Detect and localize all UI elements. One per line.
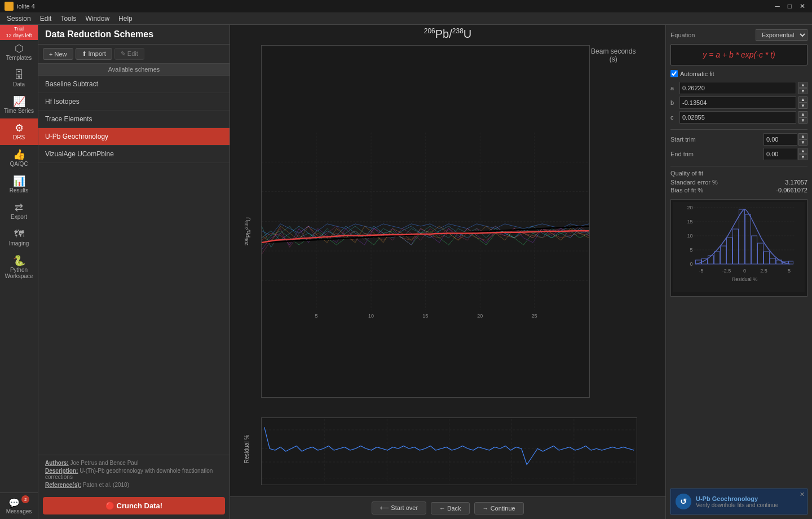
start-trim-up[interactable]: ▲ [798, 133, 807, 139]
python-icon: 🐍 [13, 256, 25, 266]
references-value: Paton et al. (2010) [83, 482, 129, 488]
param-b-down[interactable]: ▼ [798, 103, 807, 109]
menu-window[interactable]: Window [81, 15, 114, 23]
param-c-up[interactable]: ▲ [798, 111, 807, 117]
bias-label: Bias of fit % [670, 187, 703, 193]
sidebar-label-timeseries: Time Series [4, 108, 34, 114]
authors-label: Authors: [45, 460, 69, 466]
end-trim-input[interactable] [764, 148, 797, 160]
menu-edit[interactable]: Edit [36, 15, 56, 23]
y-axis-label: 206Pb/238U [244, 217, 251, 245]
residual-chart-container: Residual % 5 0 -5 -10 5 10 [230, 417, 665, 496]
export-icon: ⇄ [15, 203, 23, 213]
panel-footer: Authors: Joe Petrus and Bence Paul Descr… [38, 455, 230, 492]
svg-text:15: 15 [422, 313, 428, 318]
results-icon: 📊 [13, 176, 25, 186]
start-trim-down[interactable]: ▼ [798, 139, 807, 146]
data-icon: 🗄 [14, 70, 24, 80]
param-c-label: c [670, 114, 677, 121]
sidebar-label-python: Python Workspace [2, 267, 36, 279]
equation-type-select[interactable]: Exponential Linear Power [756, 29, 807, 41]
continue-button[interactable]: → Continue [474, 502, 524, 514]
sidebar-item-messages[interactable]: 💬 2 Messages [0, 492, 38, 519]
scheme-vizualage[interactable]: VizualAge UComPbine [38, 146, 230, 163]
sidebar-item-imaging[interactable]: 🗺 Imaging [0, 225, 38, 251]
sidebar-item-export[interactable]: ⇄ Export [0, 198, 38, 225]
edit-button[interactable]: ✎ Edit [114, 48, 144, 60]
sidebar-label-data: Data [13, 81, 25, 87]
svg-text:5: 5 [315, 313, 318, 318]
svg-text:0: 0 [743, 268, 746, 274]
menu-session[interactable]: Session [2, 15, 36, 23]
help-box: ↺ U-Pb Geochronology Verify downhole fit… [670, 489, 807, 514]
sidebar-item-timeseries[interactable]: 📈 Time Series [0, 92, 38, 118]
param-a-down[interactable]: ▼ [798, 88, 807, 94]
sidebar-item-qaqc[interactable]: 👍 QA/QC [0, 145, 38, 171]
equation-formula: y = a + b * exp(-c * t) [703, 50, 775, 59]
end-trim-up[interactable]: ▲ [798, 148, 807, 154]
sidebar-item-python[interactable]: 🐍 Python Workspace [0, 251, 38, 284]
sidebar-label-export: Export [11, 214, 27, 220]
scheme-baseline[interactable]: Baseline Subtract [38, 76, 230, 93]
sidebar-item-templates[interactable]: ⬡ Templates [0, 40, 38, 65]
auto-fit-checkbox[interactable] [670, 70, 678, 77]
param-a-up[interactable]: ▲ [798, 82, 807, 88]
param-b-up[interactable]: ▲ [798, 96, 807, 103]
new-button[interactable]: + New [43, 48, 73, 60]
auto-fit-label: Automatic fit [680, 71, 714, 77]
start-over-button[interactable]: ⟵ Start over [372, 502, 426, 514]
back-button[interactable]: ← Back [431, 502, 470, 514]
app-icon [5, 2, 14, 11]
maximize-button[interactable]: □ [785, 2, 794, 10]
scheme-trace[interactable]: Trace Elements [38, 111, 230, 128]
main-chart-area: 206Pb/238U 0.4 0.3 0.2 0.1 0 [230, 45, 665, 417]
menu-tools[interactable]: Tools [56, 15, 81, 23]
scheme-hf[interactable]: Hf Isotopes [38, 93, 230, 111]
param-b-input[interactable] [679, 96, 796, 109]
std-error-row: Standard error % 3.17057 [670, 179, 807, 186]
main-chart-svg: 0.4 0.3 0.2 0.1 0 -0.1 5 10 15 20 25 [261, 45, 590, 398]
crunch-data-button[interactable]: 🔴 Crunch Data! [43, 497, 225, 514]
menu-help[interactable]: Help [114, 15, 137, 23]
import-button[interactable]: ⬆ Import [76, 48, 112, 60]
svg-text:25: 25 [571, 484, 577, 486]
std-error-label: Standard error % [670, 179, 718, 186]
sidebar-item-results[interactable]: 📊 Results [0, 171, 38, 198]
help-close-button[interactable]: ✕ [800, 491, 805, 498]
svg-rect-62 [770, 258, 776, 264]
minimize-button[interactable]: ─ [773, 2, 782, 10]
svg-text:15: 15 [446, 484, 452, 486]
svg-text:-5: -5 [699, 268, 703, 274]
menubar: Session Edit Tools Window Help [0, 12, 812, 25]
sidebar-item-drs[interactable]: ⚙ DRS [0, 118, 38, 145]
help-description: Verify downhole fits and continue [696, 502, 778, 508]
param-b-label: b [670, 99, 677, 106]
messages-icon: 💬 [8, 498, 20, 508]
references-label: Reference(s): [45, 482, 81, 488]
help-text-container: U-Pb Geochronology Verify downhole fits … [696, 495, 778, 508]
bias-row: Bias of fit % -0.0661072 [670, 187, 807, 193]
equation-panel: Equation Exponential Linear Power y = a … [665, 25, 812, 519]
chart-title: 206Pb/238U [230, 25, 665, 45]
svg-text:0: 0 [690, 261, 692, 267]
qaqc-icon: 👍 [13, 149, 25, 160]
param-a-input[interactable] [679, 82, 796, 94]
sidebar-label-imaging: Imaging [9, 240, 29, 247]
end-trim-down[interactable]: ▼ [798, 154, 807, 160]
svg-text:5: 5 [788, 268, 791, 274]
param-c-input[interactable] [679, 111, 796, 124]
main-content: 206Pb/238U 206Pb/238U 0.4 [230, 25, 665, 519]
bias-value: -0.0661072 [776, 187, 807, 193]
sidebar-item-data[interactable]: 🗄 Data [0, 65, 38, 92]
description-label: Description: [45, 468, 78, 474]
param-c-row: c ▲ ▼ [670, 111, 807, 124]
svg-text:15: 15 [687, 219, 692, 225]
param-a-label: a [670, 85, 677, 91]
histogram-svg: 20 15 10 5 0 [673, 202, 805, 292]
param-c-down[interactable]: ▼ [798, 117, 807, 124]
start-trim-input[interactable] [764, 133, 797, 146]
close-button[interactable]: ✕ [797, 2, 807, 10]
svg-text:10: 10 [368, 313, 374, 318]
scheme-upb[interactable]: U-Pb Geochronology [38, 128, 230, 146]
timeseries-icon: 📈 [13, 96, 25, 107]
